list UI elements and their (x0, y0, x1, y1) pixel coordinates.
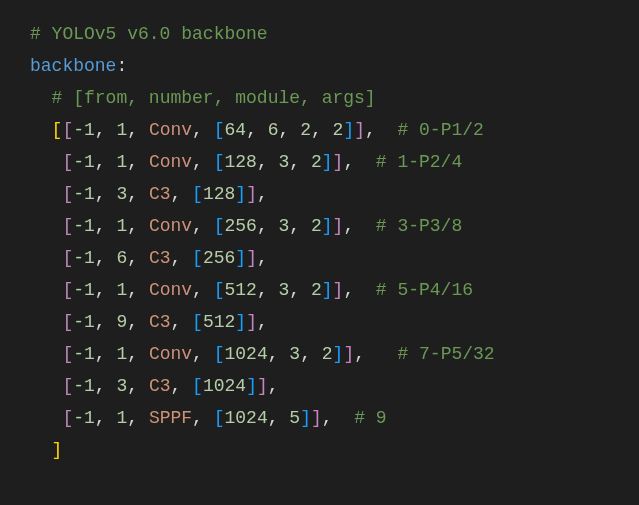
row-6: [-1, 9, C3, [512]], (30, 306, 621, 338)
key-backbone: backbone: (30, 50, 621, 82)
row-2: [-1, 3, C3, [128]], (30, 178, 621, 210)
row-5: [-1, 1, Conv, [512, 3, 2]], # 5-P4/16 (30, 274, 621, 306)
comment-cols: # [from, number, module, args] (30, 82, 621, 114)
code-block: # YOLOv5 v6.0 backbonebackbone: # [from,… (30, 18, 621, 466)
row-9: [-1, 1, SPPF, [1024, 5]], # 9 (30, 402, 621, 434)
comment-top: # YOLOv5 v6.0 backbone (30, 18, 621, 50)
row-0: [[-1, 1, Conv, [64, 6, 2, 2]], # 0-P1/2 (30, 114, 621, 146)
row-1: [-1, 1, Conv, [128, 3, 2]], # 1-P2/4 (30, 146, 621, 178)
row-4: [-1, 6, C3, [256]], (30, 242, 621, 274)
row-3: [-1, 1, Conv, [256, 3, 2]], # 3-P3/8 (30, 210, 621, 242)
row-7: [-1, 1, Conv, [1024, 3, 2]], # 7-P5/32 (30, 338, 621, 370)
close-bracket: ] (30, 434, 621, 466)
row-8: [-1, 3, C3, [1024]], (30, 370, 621, 402)
